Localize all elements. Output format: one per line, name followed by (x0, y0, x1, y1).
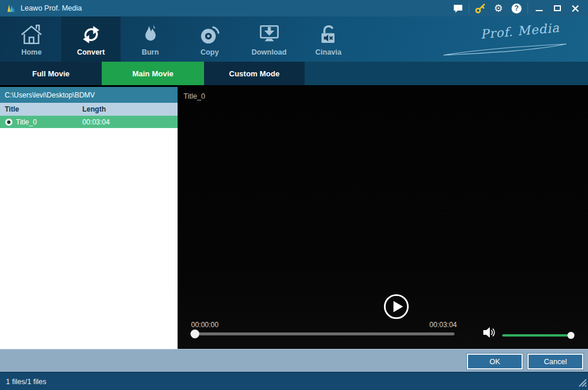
column-header-length: Length (82, 105, 106, 113)
maximize-button[interactable] (548, 0, 566, 16)
brand-swoosh-underline (442, 43, 568, 59)
seek-slider-thumb[interactable] (191, 330, 199, 338)
burn-flame-icon (141, 22, 160, 47)
minimize-button[interactable] (530, 0, 548, 16)
action-bar: OK Cancel (0, 349, 588, 372)
copy-disc-icon (199, 22, 221, 47)
tab-custom-mode[interactable]: Custom Mode (204, 62, 305, 85)
titlebar-separator (527, 3, 528, 14)
home-icon (19, 22, 44, 47)
play-button[interactable] (383, 293, 410, 320)
nav-item-cinavia[interactable]: Cinavia (299, 16, 358, 62)
tab-main-movie[interactable]: Main Movie (102, 62, 204, 85)
cinavia-lock-icon (318, 22, 339, 47)
nav-label: Copy (201, 48, 219, 56)
volume-slider[interactable] (502, 334, 572, 337)
help-icon[interactable]: ? (507, 0, 526, 16)
source-path-bar: C:\Users\levi\Desktop\BDMV (0, 87, 178, 103)
content-area: C:\Users\levi\Desktop\BDMV Title Length … (0, 85, 588, 349)
statusbar: 1 files/1 files (0, 372, 588, 390)
file-count-label: 1 files/1 files (6, 378, 46, 386)
total-time-label: 00:03:04 (425, 321, 457, 329)
titlebar-controls: ⚙ ? (449, 0, 584, 16)
row-title-cell: Title_0 (16, 118, 37, 126)
download-icon (258, 22, 280, 47)
app-logo-icon (6, 3, 16, 14)
nav-label: Convert (77, 48, 105, 56)
nav-item-copy[interactable]: Copy (180, 16, 239, 62)
main-nav: Home Convert Burn (0, 16, 588, 62)
message-icon[interactable] (449, 0, 467, 16)
resize-grip[interactable] (577, 378, 587, 389)
ok-button[interactable]: OK (467, 354, 523, 369)
titlebar: Leawo Prof. Media ⚙ (0, 0, 588, 16)
row-length-cell: 00:03:04 (82, 118, 110, 126)
nav-label: Burn (142, 48, 159, 56)
nav-label: Home (21, 48, 42, 56)
window-title: Leawo Prof. Media (21, 4, 82, 12)
nav-item-convert[interactable]: Convert (61, 16, 121, 62)
preview-title-label: Title_0 (183, 92, 205, 100)
nav-item-download[interactable]: Download (239, 16, 299, 62)
volume-slider-thumb[interactable] (567, 332, 574, 339)
cancel-button[interactable]: Cancel (527, 354, 583, 369)
register-key-icon[interactable] (471, 0, 489, 16)
list-header: Title Length (0, 103, 178, 116)
mode-tabbar: Full Movie Main Movie Custom Mode (0, 62, 588, 85)
video-preview-area: Title_0 00:00:00 00:03:04 (178, 85, 588, 349)
close-button[interactable] (566, 0, 584, 16)
brand-script-logo: Prof. Media (480, 21, 560, 42)
list-empty-area (0, 128, 178, 349)
convert-icon (80, 22, 102, 47)
seek-slider[interactable] (192, 332, 455, 335)
nav-label: Cinavia (315, 48, 341, 56)
nav-item-home[interactable]: Home (2, 16, 61, 62)
radio-selected-icon[interactable] (5, 119, 12, 126)
file-panel: C:\Users\levi\Desktop\BDMV Title Length … (0, 85, 178, 349)
settings-gear-icon[interactable]: ⚙ (489, 0, 507, 16)
current-time-label: 00:00:00 (191, 321, 219, 329)
title-list-row[interactable]: Title_0 00:03:04 (0, 116, 178, 128)
titlebar-separator (469, 3, 469, 14)
column-header-title: Title (5, 105, 19, 113)
tab-full-movie[interactable]: Full Movie (0, 62, 102, 85)
nav-label: Download (252, 48, 287, 56)
nav-item-burn[interactable]: Burn (121, 16, 180, 62)
speaker-icon[interactable] (482, 326, 497, 341)
app-window: Leawo Prof. Media ⚙ (0, 0, 588, 390)
